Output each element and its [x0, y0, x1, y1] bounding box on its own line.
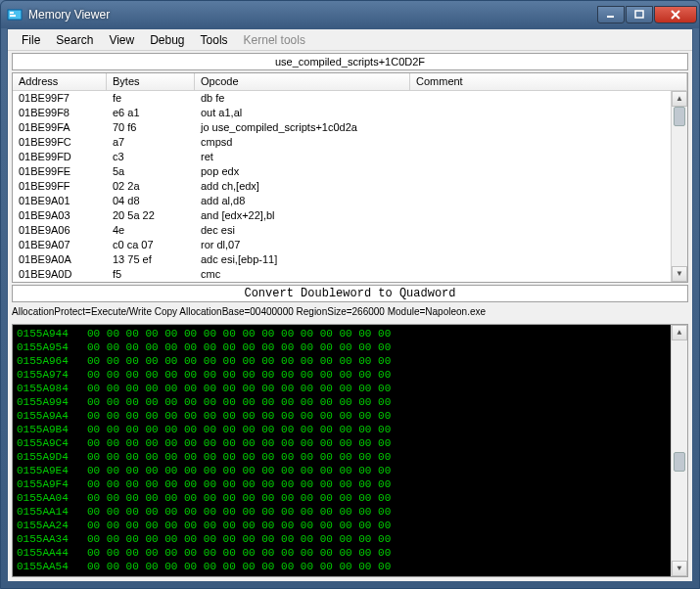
- scroll-thumb[interactable]: [674, 452, 685, 472]
- menu-search[interactable]: Search: [48, 31, 101, 49]
- cell-address: 01BE9A01: [13, 194, 107, 208]
- hex-bytes: 00 00 00 00 00 00 00 00 00 00 00 00 00 0…: [87, 506, 391, 518]
- hex-row[interactable]: 0155AA3400 00 00 00 00 00 00 00 00 00 00…: [17, 532, 683, 546]
- window-buttons: [596, 6, 697, 23]
- col-bytes[interactable]: Bytes: [107, 73, 195, 90]
- cell-bytes: 5a: [107, 164, 195, 179]
- disasm-row[interactable]: 01BE99FF02 2aadd ch,[edx]: [13, 179, 687, 194]
- svg-rect-4: [635, 11, 643, 18]
- hex-scrollbar[interactable]: ▲ ▼: [671, 325, 687, 576]
- hex-bytes: 00 00 00 00 00 00 00 00 00 00 00 00 00 0…: [87, 465, 391, 476]
- hex-bytes: 00 00 00 00 00 00 00 00 00 00 00 00 00 0…: [87, 383, 391, 394]
- hex-row[interactable]: 0155A97400 00 00 00 00 00 00 00 00 00 00…: [17, 368, 683, 382]
- disasm-row[interactable]: 01BE9A064edec esi: [13, 223, 687, 238]
- scroll-up-icon[interactable]: ▲: [672, 325, 687, 340]
- hex-row[interactable]: 0155A9F400 00 00 00 00 00 00 00 00 00 00…: [17, 477, 683, 491]
- cell-bytes: 4e: [107, 223, 195, 238]
- cell-bytes: f5: [107, 267, 195, 282]
- scroll-up-icon[interactable]: ▲: [672, 91, 687, 107]
- maximize-button[interactable]: [626, 6, 653, 23]
- cell-comment: [410, 164, 687, 179]
- scroll-down-icon[interactable]: ▼: [672, 561, 687, 576]
- col-comment[interactable]: Comment: [410, 73, 687, 90]
- hex-row[interactable]: 0155A9C400 00 00 00 00 00 00 00 00 00 00…: [17, 436, 683, 450]
- menu-debug[interactable]: Debug: [142, 31, 192, 49]
- cell-address: 01BE9A03: [13, 208, 107, 223]
- cell-comment: [410, 267, 687, 282]
- disasm-row[interactable]: 01BE99FE5apop edx: [13, 164, 687, 179]
- hex-address: 0155A954: [17, 340, 87, 354]
- hex-address: 0155AA04: [17, 491, 87, 505]
- col-opcode[interactable]: Opcode: [195, 73, 410, 90]
- cell-opcode: cmc: [195, 267, 410, 282]
- disasm-row[interactable]: 01BE9A0320 5a 22and [edx+22],bl: [13, 208, 687, 223]
- cell-comment: [410, 223, 687, 238]
- disasm-row[interactable]: 01BE99FDc3ret: [13, 150, 687, 164]
- hex-row[interactable]: 0155A9E400 00 00 00 00 00 00 00 00 00 00…: [17, 464, 683, 477]
- cell-opcode: db fe: [195, 91, 410, 106]
- cell-address: 01BE9A0A: [13, 252, 107, 267]
- disasm-row[interactable]: 01BE99F7fedb fe: [13, 91, 687, 106]
- scroll-down-icon[interactable]: ▼: [672, 266, 687, 282]
- hex-bytes: 00 00 00 00 00 00 00 00 00 00 00 00 00 0…: [87, 437, 391, 449]
- disasm-rows[interactable]: 01BE99F7fedb fe01BE99F8e6 a1out a1,al01B…: [13, 91, 687, 282]
- cell-address: 01BE9A06: [13, 223, 107, 238]
- cell-address: 01BE9A07: [13, 238, 107, 252]
- hex-row[interactable]: 0155A95400 00 00 00 00 00 00 00 00 00 00…: [17, 340, 683, 354]
- disasm-scrollbar[interactable]: ▲ ▼: [671, 91, 687, 282]
- hex-row[interactable]: 0155AA1400 00 00 00 00 00 00 00 00 00 00…: [17, 505, 683, 519]
- hex-bytes: 00 00 00 00 00 00 00 00 00 00 00 00 00 0…: [87, 533, 391, 545]
- hex-row[interactable]: 0155A98400 00 00 00 00 00 00 00 00 00 00…: [17, 382, 683, 395]
- hex-row[interactable]: 0155A96400 00 00 00 00 00 00 00 00 00 00…: [17, 354, 683, 368]
- cell-address: 01BE99FA: [13, 120, 107, 135]
- hex-view[interactable]: 0155A94400 00 00 00 00 00 00 00 00 00 00…: [12, 324, 688, 577]
- hex-row[interactable]: 0155AA6400 00 00 00 00 00 00 00 00 00 00…: [17, 573, 683, 577]
- cell-opcode: jo use_compiled_scripts+1c0d2a: [195, 120, 410, 135]
- disasm-row[interactable]: 01BE9A0104 d8add al,d8: [13, 194, 687, 208]
- hex-row[interactable]: 0155AA4400 00 00 00 00 00 00 00 00 00 00…: [17, 546, 683, 560]
- titlebar[interactable]: Memory Viewer: [1, 1, 699, 28]
- cell-bytes: a7: [107, 135, 195, 150]
- hex-bytes: 00 00 00 00 00 00 00 00 00 00 00 00 00 0…: [87, 396, 391, 408]
- menu-tools[interactable]: Tools: [193, 31, 236, 49]
- close-button[interactable]: [654, 6, 697, 23]
- disasm-row[interactable]: 01BE99F8e6 a1out a1,al: [13, 106, 687, 120]
- menu-file[interactable]: File: [14, 31, 48, 49]
- col-address[interactable]: Address: [13, 73, 107, 90]
- hex-bytes: 00 00 00 00 00 00 00 00 00 00 00 00 00 0…: [87, 355, 391, 367]
- hex-row[interactable]: 0155AA5400 00 00 00 00 00 00 00 00 00 00…: [17, 560, 683, 573]
- hex-row[interactable]: 0155A99400 00 00 00 00 00 00 00 00 00 00…: [17, 395, 683, 409]
- disasm-row[interactable]: 01BE9A0A13 75 efadc esi,[ebp-11]: [13, 252, 687, 267]
- hex-bytes: 00 00 00 00 00 00 00 00 00 00 00 00 00 0…: [87, 478, 391, 490]
- cell-comment: [410, 238, 687, 252]
- menu-view[interactable]: View: [101, 31, 142, 49]
- location-bar[interactable]: use_compiled_scripts+1C0D2F: [12, 53, 688, 70]
- minimize-button[interactable]: [597, 6, 625, 23]
- allocation-info: AllocationProtect=Execute/Write Copy All…: [12, 306, 688, 322]
- svg-rect-2: [10, 15, 16, 17]
- cell-opcode: and [edx+22],bl: [195, 208, 410, 223]
- hex-address: 0155A994: [17, 395, 87, 409]
- scroll-thumb[interactable]: [674, 107, 685, 126]
- instruction-description: Convert Doubleword to Quadword: [12, 285, 688, 302]
- disasm-row[interactable]: 01BE99FA70 f6jo use_compiled_scripts+1c0…: [13, 120, 687, 135]
- hex-row[interactable]: 0155A9B400 00 00 00 00 00 00 00 00 00 00…: [17, 423, 683, 436]
- cell-bytes: 04 d8: [107, 194, 195, 208]
- disasm-row[interactable]: 01BE99FCa7cmpsd: [13, 135, 687, 150]
- disasm-row[interactable]: 01BE9A07c0 ca 07ror dl,07: [13, 238, 687, 252]
- hex-row[interactable]: 0155AA2400 00 00 00 00 00 00 00 00 00 00…: [17, 519, 683, 532]
- hex-row[interactable]: 0155A9A400 00 00 00 00 00 00 00 00 00 00…: [17, 409, 683, 423]
- cell-bytes: c0 ca 07: [107, 238, 195, 252]
- cell-comment: [410, 135, 687, 150]
- cell-address: 01BE99F7: [13, 91, 107, 106]
- cell-opcode: add ch,[edx]: [195, 179, 410, 194]
- hex-bytes: 00 00 00 00 00 00 00 00 00 00 00 00 00 0…: [87, 547, 391, 559]
- disasm-row[interactable]: 01BE9A0Df5cmc: [13, 267, 687, 282]
- hex-row[interactable]: 0155AA0400 00 00 00 00 00 00 00 00 00 00…: [17, 491, 683, 505]
- hex-address: 0155A9B4: [17, 423, 87, 436]
- hex-row[interactable]: 0155A9D400 00 00 00 00 00 00 00 00 00 00…: [17, 450, 683, 464]
- svg-rect-1: [10, 12, 14, 14]
- hex-address: 0155A9D4: [17, 450, 87, 464]
- hex-row[interactable]: 0155A94400 00 00 00 00 00 00 00 00 00 00…: [17, 327, 683, 340]
- cell-opcode: cmpsd: [195, 135, 410, 150]
